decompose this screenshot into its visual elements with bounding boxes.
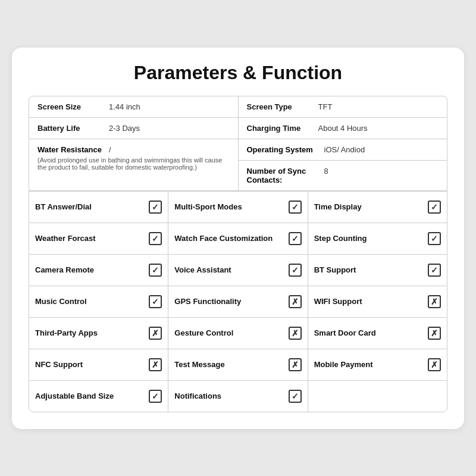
check-yes-icon: [289, 264, 302, 277]
charging-time-label: Charging Time: [247, 124, 318, 133]
battery-life-label: Battery Life: [37, 124, 109, 133]
screen-type-cell: Screen Type TFT: [239, 96, 447, 117]
check-yes-icon: [428, 232, 441, 245]
battery-life-cell: Battery Life 2-3 Days: [29, 118, 239, 139]
water-label: Water Resistance: [37, 145, 109, 154]
feature-label: BT Support: [314, 265, 425, 274]
page-container: Parameters & Function Screen Size 1.44 i…: [12, 48, 464, 429]
feature-label: Weather Forcast: [35, 234, 146, 243]
feature-label: Adjustable Band Size: [35, 392, 146, 400]
feature-row: Third-Party AppsGesture ControlSmart Doo…: [29, 318, 447, 349]
check-no-icon: [289, 327, 302, 340]
charging-time-cell: Charging Time About 4 Hours: [239, 118, 447, 139]
feature-row: Camera RemoteVoice AssistantBT Support: [29, 255, 447, 286]
check-yes-icon: [289, 201, 302, 214]
feature-cell: [308, 381, 447, 412]
check-yes-icon: [149, 390, 162, 403]
check-no-icon: [149, 358, 162, 371]
feature-row: Weather ForcastWatch Face CustomizationS…: [29, 223, 447, 255]
feature-cell: Notifications: [168, 381, 308, 412]
check-yes-icon: [149, 264, 162, 277]
water-value: /: [109, 145, 230, 154]
feature-label: Camera Remote: [35, 265, 146, 274]
check-yes-icon: [428, 264, 441, 277]
check-no-icon: [428, 358, 441, 371]
feature-cell: Multi-Sport Modes: [168, 192, 308, 223]
feature-cell: Watch Face Customization: [168, 223, 308, 254]
params-table: Screen Size 1.44 inch Screen Type TFT Ba…: [29, 96, 447, 412]
feature-cell: Test Message: [168, 349, 308, 380]
feature-cell: Step Counting: [308, 223, 447, 254]
feature-cell: NFC Support: [29, 349, 168, 380]
water-left: Water Resistance / (Avoid prolonged use …: [29, 139, 239, 190]
feature-row: BT Answer/DialMulti-Sport ModesTime Disp…: [29, 192, 447, 223]
feature-cell: WIFI Support: [308, 286, 447, 317]
feature-row: NFC SupportTest MessageMobile Payment: [29, 349, 447, 381]
feature-label: NFC Support: [35, 360, 146, 369]
feature-label: Multi-Sport Modes: [174, 202, 286, 211]
feature-label: Mobile Payment: [314, 360, 425, 369]
spec-row-battery: Battery Life 2-3 Days Charging Time Abou…: [29, 118, 447, 139]
screen-size-cell: Screen Size 1.44 inch: [29, 96, 239, 117]
feature-cell: BT Answer/Dial: [29, 192, 168, 223]
spec-row-water: Water Resistance / (Avoid prolonged use …: [29, 139, 447, 191]
feature-label: Voice Assistant: [174, 265, 286, 274]
check-no-icon: [428, 295, 441, 308]
feature-cell: Camera Remote: [29, 255, 168, 286]
operating-system-cell: Operating System iOS/ Andiod: [239, 139, 447, 161]
feature-cell: Third-Party Apps: [29, 318, 168, 349]
feature-cell: Music Control: [29, 286, 168, 317]
spec-section: Screen Size 1.44 inch Screen Type TFT Ba…: [29, 96, 447, 192]
feature-cell: BT Support: [308, 255, 447, 286]
os-label: Operating System: [247, 145, 324, 154]
feature-label: Music Control: [35, 297, 146, 306]
check-yes-icon: [428, 201, 441, 214]
feature-section: BT Answer/DialMulti-Sport ModesTime Disp…: [29, 192, 447, 412]
screen-size-value: 1.44 inch: [109, 102, 230, 111]
sync-contacts-cell: Number of Sync Contacts: 8: [239, 161, 447, 190]
feature-cell: Mobile Payment: [308, 349, 447, 380]
sync-label: Number of Sync Contacts:: [247, 167, 324, 184]
charging-time-value: About 4 Hours: [318, 124, 439, 133]
feature-label: Time Display: [314, 202, 425, 211]
feature-label: Watch Face Customization: [174, 234, 286, 243]
check-yes-icon: [289, 232, 302, 245]
check-no-icon: [289, 358, 302, 371]
check-yes-icon: [289, 390, 302, 403]
feature-label: Step Counting: [314, 234, 425, 243]
feature-cell: GPS Functionality: [168, 286, 308, 317]
check-no-icon: [149, 327, 162, 340]
battery-life-value: 2-3 Days: [109, 124, 230, 133]
feature-row: Adjustable Band SizeNotifications: [29, 381, 447, 412]
water-top: Water Resistance /: [29, 139, 238, 156]
feature-label: Notifications: [174, 392, 286, 400]
os-value: iOS/ Andiod: [324, 145, 439, 154]
feature-cell: Voice Assistant: [168, 255, 308, 286]
feature-cell: Smart Door Card: [308, 318, 447, 349]
feature-label: Smart Door Card: [314, 328, 425, 337]
check-no-icon: [289, 295, 302, 308]
check-yes-icon: [149, 295, 162, 308]
check-yes-icon: [149, 201, 162, 214]
feature-cell: Adjustable Band Size: [29, 381, 168, 412]
screen-type-value: TFT: [318, 102, 439, 111]
spec-row-screen: Screen Size 1.44 inch Screen Type TFT: [29, 96, 447, 118]
feature-label: WIFI Support: [314, 297, 425, 306]
screen-size-label: Screen Size: [37, 102, 109, 111]
feature-row: Music ControlGPS FunctionalityWIFI Suppo…: [29, 286, 447, 318]
feature-label: BT Answer/Dial: [35, 202, 146, 211]
screen-type-label: Screen Type: [247, 102, 318, 111]
check-no-icon: [428, 327, 441, 340]
check-yes-icon: [149, 232, 162, 245]
feature-cell: Time Display: [308, 192, 447, 223]
page-title: Parameters & Function: [29, 62, 447, 84]
water-right: Operating System iOS/ Andiod Number of S…: [239, 139, 447, 190]
feature-label: Gesture Control: [174, 328, 286, 337]
feature-cell: Gesture Control: [168, 318, 308, 349]
feature-label: Test Message: [174, 360, 286, 369]
water-note: (Avoid prolonged use in bathing and swim…: [29, 156, 238, 177]
feature-cell: Weather Forcast: [29, 223, 168, 254]
feature-label: GPS Functionality: [174, 297, 286, 306]
feature-label: Third-Party Apps: [35, 328, 146, 337]
sync-value: 8: [324, 167, 439, 184]
